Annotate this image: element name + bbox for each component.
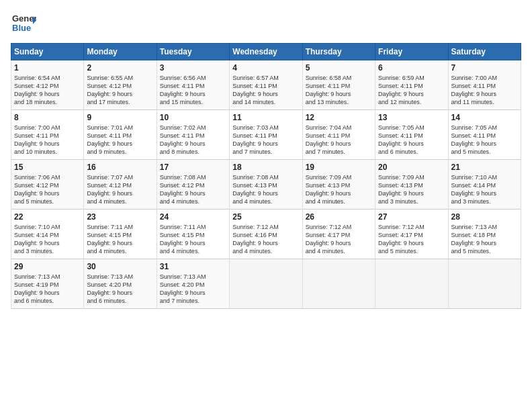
day-content: Sunrise: 7:11 AM Sunset: 4:15 PM Dayligh…: [87, 223, 153, 256]
calendar-cell: 30Sunrise: 7:13 AM Sunset: 4:20 PM Dayli…: [84, 259, 157, 309]
calendar-cell: 19Sunrise: 7:09 AM Sunset: 4:13 PM Dayli…: [302, 160, 375, 210]
calendar-cell: [448, 259, 521, 309]
day-number: 31: [160, 262, 226, 271]
day-content: Sunrise: 7:02 AM Sunset: 4:11 PM Dayligh…: [160, 124, 226, 156]
day-content: Sunrise: 7:12 AM Sunset: 4:17 PM Dayligh…: [378, 223, 445, 256]
weekday-header-friday: Friday: [375, 44, 448, 60]
day-content: Sunrise: 7:13 AM Sunset: 4:20 PM Dayligh…: [87, 273, 153, 306]
day-number: 2: [87, 63, 153, 73]
day-content: Sunrise: 7:12 AM Sunset: 4:16 PM Dayligh…: [232, 223, 299, 256]
day-content: Sunrise: 7:06 AM Sunset: 4:12 PM Dayligh…: [14, 173, 81, 206]
calendar-cell: 20Sunrise: 7:09 AM Sunset: 4:13 PM Dayli…: [375, 160, 448, 210]
calendar-cell: 29Sunrise: 7:13 AM Sunset: 4:19 PM Dayli…: [11, 259, 84, 309]
day-number: 28: [451, 212, 518, 222]
week-row-2: 8Sunrise: 7:00 AM Sunset: 4:11 PM Daylig…: [11, 110, 521, 160]
day-number: 24: [160, 212, 226, 222]
calendar-cell: 27Sunrise: 7:12 AM Sunset: 4:17 PM Dayli…: [375, 210, 448, 259]
day-content: Sunrise: 7:05 AM Sunset: 4:11 PM Dayligh…: [451, 124, 518, 156]
calendar-cell: 17Sunrise: 7:08 AM Sunset: 4:12 PM Dayli…: [157, 160, 229, 210]
day-number: 19: [306, 163, 372, 172]
calendar-cell: 24Sunrise: 7:11 AM Sunset: 4:15 PM Dayli…: [157, 210, 229, 259]
day-number: 6: [378, 63, 445, 73]
day-content: Sunrise: 7:07 AM Sunset: 4:12 PM Dayligh…: [87, 173, 153, 206]
day-content: Sunrise: 7:08 AM Sunset: 4:12 PM Dayligh…: [160, 173, 226, 206]
calendar-cell: 2Sunrise: 6:55 AM Sunset: 4:12 PM Daylig…: [84, 60, 157, 110]
calendar-cell: 23Sunrise: 7:11 AM Sunset: 4:15 PM Dayli…: [84, 210, 157, 259]
day-number: 29: [14, 262, 81, 271]
day-content: Sunrise: 7:08 AM Sunset: 4:13 PM Dayligh…: [232, 173, 299, 206]
day-content: Sunrise: 7:12 AM Sunset: 4:17 PM Dayligh…: [306, 223, 372, 256]
day-number: 13: [378, 113, 445, 122]
calendar-cell: 9Sunrise: 7:01 AM Sunset: 4:11 PM Daylig…: [84, 110, 157, 160]
weekday-header-monday: Monday: [84, 44, 157, 60]
calendar-cell: 13Sunrise: 7:05 AM Sunset: 4:11 PM Dayli…: [375, 110, 448, 160]
day-number: 11: [232, 113, 299, 122]
week-row-1: 1Sunrise: 6:54 AM Sunset: 4:12 PM Daylig…: [11, 60, 521, 110]
logo: General Blue: [11, 11, 36, 36]
calendar-cell: 21Sunrise: 7:10 AM Sunset: 4:14 PM Dayli…: [448, 160, 521, 210]
day-number: 27: [378, 212, 445, 222]
weekday-header-wednesday: Wednesday: [230, 44, 302, 60]
day-content: Sunrise: 6:57 AM Sunset: 4:11 PM Dayligh…: [232, 74, 299, 107]
day-content: Sunrise: 6:58 AM Sunset: 4:11 PM Dayligh…: [306, 74, 372, 107]
day-content: Sunrise: 6:54 AM Sunset: 4:12 PM Dayligh…: [14, 74, 81, 107]
weekday-header-row: SundayMondayTuesdayWednesdayThursdayFrid…: [11, 44, 521, 60]
calendar-cell: 5Sunrise: 6:58 AM Sunset: 4:11 PM Daylig…: [302, 60, 375, 110]
day-number: 22: [14, 212, 81, 222]
day-number: 26: [306, 212, 372, 222]
weekday-header-sunday: Sunday: [11, 44, 84, 60]
day-content: Sunrise: 7:04 AM Sunset: 4:11 PM Dayligh…: [306, 124, 372, 156]
day-number: 15: [14, 163, 81, 172]
calendar-cell: 26Sunrise: 7:12 AM Sunset: 4:17 PM Dayli…: [302, 210, 375, 259]
day-content: Sunrise: 7:10 AM Sunset: 4:14 PM Dayligh…: [14, 223, 81, 256]
day-number: 3: [160, 63, 226, 73]
day-content: Sunrise: 7:13 AM Sunset: 4:19 PM Dayligh…: [14, 273, 81, 306]
day-number: 20: [378, 163, 445, 172]
day-number: 5: [306, 63, 372, 73]
calendar-cell: [302, 259, 375, 309]
day-number: 23: [87, 212, 153, 222]
day-number: 14: [451, 113, 518, 122]
week-row-5: 29Sunrise: 7:13 AM Sunset: 4:19 PM Dayli…: [11, 259, 521, 309]
day-content: Sunrise: 7:09 AM Sunset: 4:13 PM Dayligh…: [378, 173, 445, 206]
day-content: Sunrise: 7:01 AM Sunset: 4:11 PM Dayligh…: [87, 124, 153, 156]
calendar-cell: 3Sunrise: 6:56 AM Sunset: 4:11 PM Daylig…: [157, 60, 229, 110]
calendar-header: General Blue: [11, 11, 521, 36]
day-number: 9: [87, 113, 153, 122]
day-content: Sunrise: 7:10 AM Sunset: 4:14 PM Dayligh…: [451, 173, 518, 206]
weekday-header-saturday: Saturday: [448, 44, 521, 60]
logo-svg: General Blue: [11, 11, 36, 36]
day-content: Sunrise: 7:00 AM Sunset: 4:11 PM Dayligh…: [451, 74, 518, 107]
calendar-cell: 7Sunrise: 7:00 AM Sunset: 4:11 PM Daylig…: [448, 60, 521, 110]
day-content: Sunrise: 7:05 AM Sunset: 4:11 PM Dayligh…: [378, 124, 445, 156]
day-number: 25: [232, 212, 299, 222]
calendar-cell: 16Sunrise: 7:07 AM Sunset: 4:12 PM Dayli…: [84, 160, 157, 210]
day-number: 16: [87, 163, 153, 172]
day-content: Sunrise: 6:55 AM Sunset: 4:12 PM Dayligh…: [87, 74, 153, 107]
calendar-cell: 18Sunrise: 7:08 AM Sunset: 4:13 PM Dayli…: [230, 160, 302, 210]
svg-text:General: General: [12, 13, 36, 24]
calendar-cell: 1Sunrise: 6:54 AM Sunset: 4:12 PM Daylig…: [11, 60, 84, 110]
calendar-cell: 25Sunrise: 7:12 AM Sunset: 4:16 PM Dayli…: [230, 210, 302, 259]
calendar-cell: 12Sunrise: 7:04 AM Sunset: 4:11 PM Dayli…: [302, 110, 375, 160]
day-content: Sunrise: 6:56 AM Sunset: 4:11 PM Dayligh…: [160, 74, 226, 107]
calendar-cell: 15Sunrise: 7:06 AM Sunset: 4:12 PM Dayli…: [11, 160, 84, 210]
day-number: 21: [451, 163, 518, 172]
calendar-table: SundayMondayTuesdayWednesdayThursdayFrid…: [11, 43, 521, 309]
calendar-cell: 8Sunrise: 7:00 AM Sunset: 4:11 PM Daylig…: [11, 110, 84, 160]
week-row-3: 15Sunrise: 7:06 AM Sunset: 4:12 PM Dayli…: [11, 160, 521, 210]
week-row-4: 22Sunrise: 7:10 AM Sunset: 4:14 PM Dayli…: [11, 210, 521, 259]
day-number: 7: [451, 63, 518, 73]
calendar-cell: [230, 259, 302, 309]
day-content: Sunrise: 7:09 AM Sunset: 4:13 PM Dayligh…: [306, 173, 372, 206]
calendar-container: General Blue SundayMondayTuesdayWednesda…: [0, 0, 532, 314]
calendar-cell: 14Sunrise: 7:05 AM Sunset: 4:11 PM Dayli…: [448, 110, 521, 160]
calendar-cell: 10Sunrise: 7:02 AM Sunset: 4:11 PM Dayli…: [157, 110, 229, 160]
svg-text:Blue: Blue: [12, 23, 31, 33]
day-content: Sunrise: 7:03 AM Sunset: 4:11 PM Dayligh…: [232, 124, 299, 156]
calendar-cell: 11Sunrise: 7:03 AM Sunset: 4:11 PM Dayli…: [230, 110, 302, 160]
calendar-cell: 4Sunrise: 6:57 AM Sunset: 4:11 PM Daylig…: [230, 60, 302, 110]
day-number: 8: [14, 113, 81, 122]
calendar-cell: 28Sunrise: 7:13 AM Sunset: 4:18 PM Dayli…: [448, 210, 521, 259]
day-number: 18: [232, 163, 299, 172]
